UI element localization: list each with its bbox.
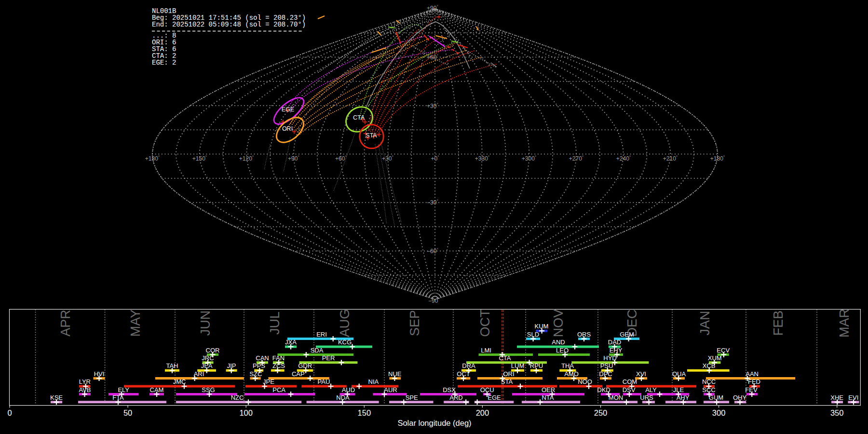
- svg-text:AAN: AAN: [746, 370, 759, 378]
- svg-text:LUM: LUM: [511, 362, 524, 369]
- svg-text:+60°: +60°: [335, 155, 347, 162]
- svg-text:DPC: DPC: [599, 370, 612, 378]
- svg-text:FTA: FTA: [112, 394, 124, 401]
- svg-text:SEP: SEP: [407, 310, 422, 336]
- svg-text:AMO: AMO: [564, 370, 579, 378]
- svg-text:JPE: JPE: [263, 378, 274, 385]
- svg-text:ZCS: ZCS: [272, 362, 285, 369]
- svg-text:PER: PER: [322, 354, 335, 362]
- svg-text:FEB: FEB: [771, 311, 786, 336]
- svg-text:ERI: ERI: [316, 331, 327, 338]
- svg-text:JXA: JXA: [285, 339, 297, 346]
- svg-text:JUL: JUL: [268, 312, 282, 335]
- svg-text:50: 50: [123, 408, 132, 417]
- svg-text:CAN: CAN: [256, 354, 269, 362]
- svg-text:LMI: LMI: [481, 347, 491, 354]
- svg-text:GEM: GEM: [620, 331, 634, 338]
- svg-text:STA: STA: [501, 378, 513, 385]
- svg-text:CTA: CTA: [353, 114, 365, 121]
- svg-text:350: 350: [830, 408, 844, 417]
- svg-text:SLD: SLD: [527, 331, 539, 338]
- svg-text:ARI: ARI: [194, 370, 204, 378]
- svg-text:EVI: EVI: [848, 394, 858, 401]
- svg-text:OER: OER: [542, 386, 555, 393]
- svg-text:ELY: ELY: [118, 386, 129, 393]
- svg-text:+30°: +30°: [427, 102, 438, 109]
- svg-text:+330°: +330°: [475, 155, 489, 162]
- svg-text:150: 150: [358, 408, 371, 417]
- svg-text:SDA: SDA: [311, 347, 324, 354]
- svg-text:End: 20251022 05:09:48 (sol =: End: 20251022 05:09:48 (sol = 208.70°): [152, 21, 306, 28]
- svg-text:AUR: AUR: [384, 386, 397, 393]
- svg-text:−60°: −60°: [427, 247, 438, 255]
- svg-text:OCU: OCU: [480, 386, 494, 393]
- svg-text:PPS: PPS: [253, 362, 265, 369]
- svg-text:JRC: JRC: [202, 354, 214, 362]
- svg-text:COR: COR: [206, 347, 220, 354]
- svg-text:PCA: PCA: [272, 386, 285, 393]
- svg-text:HYD: HYD: [603, 354, 616, 362]
- svg-text:KCG: KCG: [338, 339, 352, 346]
- svg-text:XHE: XHE: [830, 394, 843, 401]
- svg-text:+300°: +300°: [522, 155, 536, 162]
- svg-text:MON: MON: [609, 394, 623, 401]
- svg-text:300: 300: [712, 408, 726, 417]
- svg-text:AUD: AUD: [342, 386, 355, 393]
- svg-text:+90°: +90°: [288, 155, 299, 162]
- svg-text:CTA: CTA: [499, 354, 511, 362]
- svg-text:GUM: GUM: [709, 394, 723, 401]
- svg-text:NIA: NIA: [368, 378, 379, 385]
- svg-text:XCB: XCB: [703, 362, 716, 369]
- svg-text:200: 200: [476, 408, 489, 417]
- svg-text:PAU: PAU: [318, 378, 330, 385]
- svg-text:JIP: JIP: [227, 362, 236, 369]
- svg-text:SZC: SZC: [249, 370, 262, 378]
- svg-text:−90°: −90°: [428, 297, 440, 304]
- svg-text:THA: THA: [561, 362, 574, 369]
- svg-text:+270°: +270°: [569, 155, 583, 162]
- svg-text:CAM: CAM: [150, 386, 164, 393]
- svg-text:OHY: OHY: [733, 394, 747, 401]
- svg-text:MAR: MAR: [837, 309, 852, 338]
- svg-text:NZC: NZC: [231, 394, 244, 401]
- svg-text:NUE: NUE: [388, 370, 402, 378]
- svg-text:ARD: ARD: [449, 394, 462, 401]
- svg-text:+120°: +120°: [239, 155, 254, 162]
- svg-text:QUA: QUA: [672, 370, 686, 378]
- svg-text:KUM: KUM: [535, 323, 549, 330]
- svg-text:KSE: KSE: [50, 394, 63, 401]
- svg-text:DAD: DAD: [608, 339, 621, 346]
- svg-text:JEA: JEA: [201, 362, 213, 369]
- svg-text:SPE: SPE: [406, 394, 418, 401]
- svg-text:AHY: AHY: [677, 394, 690, 401]
- svg-text:STA: STA: [366, 132, 377, 139]
- svg-text:NOO: NOO: [578, 378, 592, 385]
- svg-text:EGE: EGE: [488, 394, 501, 401]
- svg-text:AVB: AVB: [79, 386, 91, 393]
- svg-text:+150°: +150°: [192, 155, 207, 162]
- svg-text:0: 0: [7, 408, 12, 417]
- svg-text:EGE: 2: EGE: 2: [152, 59, 176, 67]
- svg-text:AUG: AUG: [338, 309, 352, 338]
- svg-text:DSX: DSX: [443, 386, 456, 393]
- svg-text:250: 250: [594, 408, 608, 417]
- svg-text:OCT: OCT: [457, 370, 470, 378]
- svg-text:URS: URS: [640, 394, 653, 401]
- svg-text:ECV: ECV: [717, 347, 730, 354]
- svg-text:+210°: +210°: [663, 155, 678, 162]
- svg-text:XVI: XVI: [636, 370, 646, 378]
- svg-text:ALY: ALY: [645, 386, 657, 393]
- svg-text:LYR: LYR: [79, 378, 91, 385]
- svg-text:NTA: NTA: [542, 394, 554, 401]
- svg-text:RPU: RPU: [530, 362, 543, 369]
- svg-text:+180°: +180°: [145, 155, 160, 162]
- svg-text:NCC: NCC: [702, 378, 716, 385]
- svg-text:XUM: XUM: [708, 354, 722, 362]
- svg-text:Solar longitude (deg): Solar longitude (deg): [397, 419, 471, 427]
- svg-text:FAN: FAN: [272, 354, 285, 362]
- svg-text:DKD: DKD: [597, 386, 610, 393]
- svg-text:+240°: +240°: [616, 155, 631, 162]
- svg-text:EGE: EGE: [282, 106, 294, 113]
- svg-text:JMC: JMC: [173, 378, 186, 385]
- svg-text:TAH: TAH: [166, 362, 178, 369]
